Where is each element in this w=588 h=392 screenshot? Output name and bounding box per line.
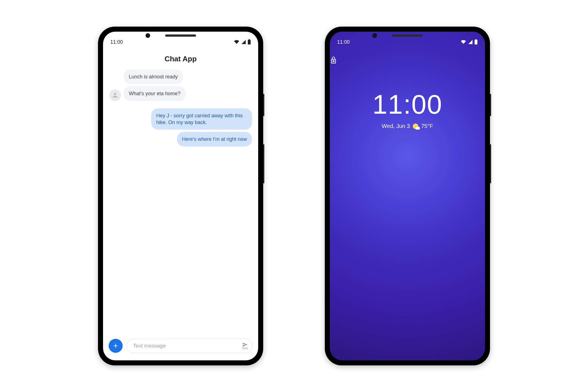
message-list[interactable]: Lunch is almost ready What's your eta ho…	[103, 69, 258, 334]
front-camera	[372, 33, 377, 38]
lockscreen-date: Wed, Jun 3	[382, 123, 410, 129]
svg-point-5	[333, 61, 334, 62]
battery-icon	[248, 39, 251, 45]
message-row-incoming: What's your eta home?	[109, 86, 252, 101]
lock-screen[interactable]: 11:00 11:00 Wed, Jun 3	[330, 32, 485, 360]
svg-rect-0	[248, 40, 251, 45]
lock-indicator	[330, 47, 485, 64]
person-icon	[111, 92, 119, 99]
earpiece-speaker	[392, 34, 423, 37]
front-camera	[146, 33, 150, 38]
plus-icon	[112, 342, 119, 349]
status-icons	[460, 39, 478, 45]
message-bubble[interactable]: Here's where I'm at right now	[177, 132, 252, 146]
svg-rect-3	[475, 39, 477, 40]
send-icon	[242, 342, 248, 347]
send-sublabel: SMS	[242, 347, 248, 350]
earpiece-speaker	[165, 34, 196, 37]
lockscreen-clock: 11:00	[330, 91, 485, 118]
status-bar: 11:00	[103, 32, 258, 47]
chat-app-screen: 11:00 Chat App Lunch is almost ready	[103, 32, 258, 360]
wifi-icon	[460, 39, 466, 45]
message-row-incoming: Lunch is almost ready	[109, 69, 252, 84]
status-bar: 11:00	[330, 32, 485, 47]
lockscreen-dateline: Wed, Jun 3 75°F	[330, 123, 485, 129]
send-button[interactable]: SMS	[242, 342, 248, 350]
message-row-outgoing: Here's where I'm at right now	[109, 132, 252, 146]
message-bubble[interactable]: What's your eta home?	[124, 86, 186, 101]
composer-bar: SMS	[103, 334, 258, 360]
signal-icon	[468, 39, 473, 45]
attach-button[interactable]	[109, 339, 123, 353]
status-icons	[234, 39, 251, 45]
contact-avatar[interactable]	[109, 89, 121, 101]
lockscreen-temperature: 75°F	[421, 123, 433, 129]
weather-icon	[413, 123, 418, 129]
phone-hardware-top	[165, 34, 196, 37]
signal-icon	[241, 39, 246, 45]
phone-hardware-top	[392, 34, 423, 37]
battery-icon	[474, 39, 478, 45]
status-time: 11:00	[337, 39, 350, 45]
message-input-wrap: SMS	[127, 339, 253, 353]
svg-rect-1	[249, 39, 250, 40]
svg-rect-2	[475, 40, 477, 45]
lock-icon	[330, 56, 337, 64]
phone-frame-left: 11:00 Chat App Lunch is almost ready	[98, 27, 263, 365]
message-bubble[interactable]: Lunch is almost ready	[124, 69, 183, 84]
status-time: 11:00	[110, 39, 123, 45]
message-bubble[interactable]: Hey J - sorry got carried away with this…	[151, 108, 252, 130]
message-input[interactable]	[133, 343, 242, 349]
message-row-outgoing: Hey J - sorry got carried away with this…	[109, 108, 252, 130]
wifi-icon	[234, 39, 240, 45]
phone-frame-right: 11:00 11:00 Wed, Jun 3	[325, 27, 490, 365]
app-title: Chat App	[103, 47, 258, 69]
